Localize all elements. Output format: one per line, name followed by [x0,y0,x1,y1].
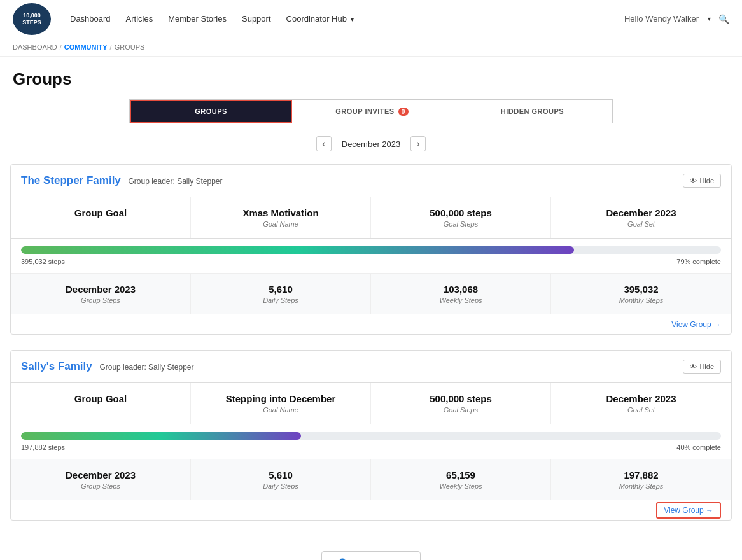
group-2-goal-set-cell: December 2023 Goal Set [551,383,731,424]
group-1-goal-table: Group Goal Xmas Motivation Goal Name 500… [11,197,731,239]
group-1-stat-period: December 2023 Group Steps [11,274,191,314]
breadcrumb-sep-2: / [110,43,112,51]
create-group-button[interactable]: 👤+ Create group [321,551,420,560]
group-1-view-group-link[interactable]: View Group → [671,320,721,329]
breadcrumb-sep-1: / [60,43,62,51]
nav-member-stories[interactable]: Member Stories [168,14,227,24]
group-2-progress-fill [21,432,301,440]
nav-articles[interactable]: Articles [126,14,153,24]
group-1-goal-set-cell: December 2023 Goal Set [551,197,731,238]
group-2-leader: Group leader: Sally Stepper [99,363,193,372]
group-1-hide-button[interactable]: 👁 Hide [683,174,721,188]
group-1-goal-label-cell: Group Goal [11,197,191,238]
group-2-stat-period: December 2023 Group Steps [11,459,191,500]
group-2-goal-table: Group Goal Stepping into December Goal N… [11,383,731,424]
navbar: 10,000 STEPS Dashboard Articles Member S… [0,0,742,38]
date-prev-arrow[interactable]: ‹ [316,136,332,151]
tab-group-invites[interactable]: GROUP INVITES 0 [292,100,452,123]
group-2-name: Sally's Family [21,360,92,372]
group-1-goal-name-cell: Xmas Motivation Goal Name [191,197,371,238]
nav-coordinator-hub[interactable]: Coordinator Hub ▾ [286,14,354,24]
group-1-progress-meta: 395,032 steps 79% complete [21,258,721,265]
tab-hidden-groups[interactable]: HIDDEN GROUPS [452,100,612,123]
group-2-title-area: Sally's Family Group leader: Sally Stepp… [21,360,194,373]
group-card-2: Sally's Family Group leader: Sally Stepp… [10,350,732,521]
group-1-leader: Group leader: Sally Stepper [128,177,222,186]
group-1-stats: December 2023 Group Steps 5,610 Daily St… [11,274,731,314]
create-group-container: 👤+ Create group [0,536,742,560]
group-1-percent: 79% complete [676,258,721,265]
search-icon[interactable]: 🔍 [718,14,729,24]
date-current: December 2023 [342,139,401,149]
group-1-stat-monthly: 395,032 Monthly Steps [551,274,731,314]
group-1-steps-done: 395,032 steps [21,258,65,265]
group-1-title-area: The Stepper Family Group leader: Sally S… [21,174,223,187]
group-2-goal-name-cell: Stepping into December Goal Name [191,383,371,424]
group-invites-badge: 0 [398,108,409,116]
group-2-stat-daily: 5,610 Daily Steps [191,459,371,500]
nav-support[interactable]: Support [242,14,271,24]
group-2-progress-meta: 197,882 steps 40% complete [21,444,721,451]
group-2-stats: December 2023 Group Steps 5,610 Daily St… [11,459,731,500]
tabs: GROUPS GROUP INVITES 0 HIDDEN GROUPS [129,99,613,123]
group-2-header: Sally's Family Group leader: Sally Stepp… [11,351,731,383]
group-2-progress: 197,882 steps 40% complete [11,424,731,459]
group-1-name: The Stepper Family [21,174,121,186]
breadcrumb: DASHBOARD / COMMUNITY / GROUPS [0,38,742,57]
group-card-1: The Stepper Family Group leader: Sally S… [10,164,732,335]
group-2-stat-monthly: 197,882 Monthly Steps [551,459,731,500]
tab-groups[interactable]: GROUPS [130,100,292,123]
group-1-header: The Stepper Family Group leader: Sally S… [11,165,731,197]
tabs-container: GROUPS GROUP INVITES 0 HIDDEN GROUPS [13,99,729,123]
date-nav: ‹ December 2023 › [0,136,742,151]
group-1-view-row: View Group → [11,314,731,334]
group-2-steps-done: 197,882 steps [21,444,65,451]
date-next-arrow[interactable]: › [410,136,426,151]
breadcrumb-dashboard[interactable]: DASHBOARD [13,43,57,51]
breadcrumb-community[interactable]: COMMUNITY [64,43,108,51]
user-dropdown-caret[interactable]: ▾ [708,15,711,22]
group-2-goal-label-cell: Group Goal [11,383,191,424]
logo: 10,000 STEPS [13,3,51,35]
group-1-progress-fill [21,246,574,254]
group-2-view-row: View Group → [11,500,731,520]
group-1-progress-track [21,246,721,254]
group-1-goal-steps-cell: 500,000 steps Goal Steps [371,197,551,238]
nav-links: Dashboard Articles Member Stories Suppor… [70,14,624,24]
group-1-progress: 395,032 steps 79% complete [11,239,731,274]
group-1-stat-daily: 5,610 Daily Steps [191,274,371,314]
coordinator-hub-caret: ▾ [351,16,354,23]
breadcrumb-groups: GROUPS [115,43,145,51]
group-2-stat-weekly: 65,159 Weekly Steps [371,459,551,500]
nav-right: Hello Wendy Walker ▾ 🔍 [624,14,729,24]
page-title: Groups [0,57,742,99]
group-2-goal-steps-cell: 500,000 steps Goal Steps [371,383,551,424]
user-greeting: Hello Wendy Walker [624,14,699,24]
group-2-percent: 40% complete [676,444,721,451]
group-2-progress-track [21,432,721,440]
group-2-hide-button[interactable]: 👁 Hide [683,360,721,374]
nav-dashboard[interactable]: Dashboard [70,14,111,24]
group-1-stat-weekly: 103,068 Weekly Steps [371,274,551,314]
group-2-view-group-link[interactable]: View Group → [656,502,721,519]
